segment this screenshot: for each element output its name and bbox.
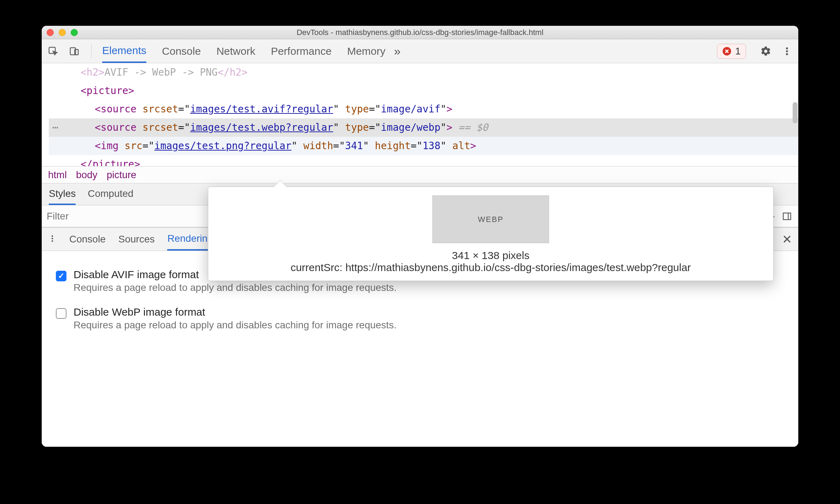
dom-plain: =": [369, 103, 381, 115]
styles-sidebar-toggle-icon[interactable]: [781, 210, 793, 223]
titlebar: DevTools - mathiasbynens.github.io/css-d…: [42, 26, 798, 39]
checkbox[interactable]: [56, 308, 66, 319]
drawer-tab-label: Sources: [118, 234, 155, 245]
main-toolbar: ElementsConsoleNetworkPerformanceMemory …: [42, 39, 798, 63]
dom-text: AVIF -> WebP -> PNG: [104, 66, 217, 78]
inspect-icon[interactable]: [47, 45, 59, 58]
dom-plain: ": [363, 140, 375, 152]
kebab-menu-icon[interactable]: [781, 45, 793, 58]
dom-plain: ": [441, 140, 453, 152]
svg-point-5: [786, 50, 788, 52]
option-title: Disable WebP image format: [74, 306, 397, 318]
panel-tab-performance[interactable]: Performance: [271, 45, 332, 62]
svg-point-9: [52, 235, 53, 236]
rendering-option: Disable WebP image formatRequires a page…: [56, 306, 784, 331]
window-title: DevTools - mathiasbynens.github.io/css-d…: [42, 28, 798, 37]
dom-attr-name: height: [375, 140, 410, 152]
option-subtitle: Requires a page reload to apply and disa…: [74, 320, 397, 331]
device-mode-icon[interactable]: [68, 45, 81, 58]
dom-node[interactable]: ⋯<source srcset="images/test.webp?regula…: [49, 118, 798, 137]
dom-plain: =": [333, 140, 345, 152]
dom-breadcrumbs: htmlbodypicture: [42, 166, 798, 183]
dom-tag: <img: [95, 140, 118, 152]
drawer-tab-console[interactable]: Console: [69, 228, 106, 251]
dom-plain: ": [333, 103, 345, 115]
dom-attr-name: type: [345, 103, 369, 115]
dom-plain: =": [369, 122, 381, 133]
dom-link[interactable]: images/test.avif?regular: [190, 103, 333, 115]
drawer-close-icon[interactable]: ✕: [782, 232, 792, 246]
dom-attr-name: width: [303, 140, 333, 152]
dom-selected-marker: == $0: [458, 122, 488, 133]
dom-tag: <source: [95, 122, 136, 133]
panel-tab-console[interactable]: Console: [162, 45, 201, 62]
svg-point-11: [52, 240, 53, 241]
styles-subtab-computed[interactable]: Computed: [88, 184, 133, 205]
panel-tab-network[interactable]: Network: [216, 45, 255, 62]
panel-tabs: ElementsConsoleNetworkPerformanceMemory: [102, 40, 385, 63]
image-dimensions: 341 × 138 pixels: [219, 250, 763, 262]
dom-tree[interactable]: <h2>AVIF -> WebP -> PNG</h2><picture><so…: [42, 63, 798, 183]
svg-rect-7: [783, 213, 791, 219]
breadcrumb-item[interactable]: html: [48, 169, 67, 181]
breadcrumb-item[interactable]: body: [76, 169, 98, 181]
error-count-badge[interactable]: 1: [717, 44, 746, 59]
dom-plain: ": [441, 103, 447, 115]
dom-link[interactable]: images/test.webp?regular: [190, 122, 333, 133]
devtools-window: DevTools - mathiasbynens.github.io/css-d…: [42, 26, 798, 447]
dom-attr-name: srcset: [142, 122, 178, 133]
settings-icon[interactable]: [759, 45, 772, 58]
dom-link[interactable]: images/test.png?regular: [154, 140, 292, 152]
styles-subtab-styles[interactable]: Styles: [49, 184, 76, 205]
dom-tag: <picture>: [81, 85, 134, 96]
image-preview-popover: WEBP 341 × 138 pixels currentSrc: https:…: [208, 187, 774, 281]
dom-attr-value: 138: [422, 140, 441, 152]
checkbox[interactable]: [56, 271, 66, 281]
svg-point-6: [786, 53, 788, 55]
dom-plain: ": [441, 122, 447, 133]
svg-point-4: [786, 47, 788, 49]
dom-plain: [136, 103, 142, 115]
overflow-tabs-button[interactable]: »: [394, 44, 401, 58]
dom-tag: >: [447, 103, 453, 115]
dom-attr-name: alt: [453, 140, 471, 152]
image-currentsrc: currentSrc: https://mathiasbynens.github…: [219, 262, 763, 274]
dom-attr-value: 341: [345, 140, 363, 152]
separator: [91, 44, 92, 58]
panel-tab-memory[interactable]: Memory: [347, 45, 385, 62]
dom-plain: [118, 140, 124, 152]
image-thumbnail: WEBP: [432, 195, 549, 243]
elements-panel: <h2>AVIF -> WebP -> PNG</h2><picture><so…: [42, 63, 798, 183]
dom-attr-value: image/avif: [381, 103, 441, 115]
dom-attr-name: srcset: [142, 103, 178, 115]
dom-node[interactable]: <source srcset="images/test.avif?regular…: [49, 100, 798, 118]
drawer-tab-label: Console: [69, 234, 106, 245]
error-count: 1: [735, 46, 741, 57]
dom-tag: <h2>: [81, 66, 104, 78]
dom-plain: =": [178, 103, 190, 115]
panel-tab-elements[interactable]: Elements: [102, 45, 146, 63]
dom-tag: </h2>: [218, 66, 247, 78]
drawer-menu-icon[interactable]: [48, 233, 57, 245]
option-subtitle: Requires a page reload to apply and disa…: [74, 282, 397, 293]
dom-tag: <source: [95, 103, 136, 115]
dom-plain: [136, 122, 142, 133]
dom-plain: ": [291, 140, 303, 152]
dom-node[interactable]: <h2>AVIF -> WebP -> PNG</h2>: [49, 63, 798, 82]
scrollbar-thumb[interactable]: [793, 102, 798, 123]
dom-plain: =": [411, 140, 423, 152]
gutter-menu-icon[interactable]: ⋯: [52, 118, 58, 137]
dom-node[interactable]: <picture>: [49, 82, 798, 100]
svg-point-10: [52, 238, 53, 239]
dom-plain: =": [142, 140, 154, 152]
breadcrumb-item[interactable]: picture: [107, 169, 136, 181]
dom-plain: [453, 122, 459, 133]
dom-node[interactable]: <img src="images/test.png?regular" width…: [49, 137, 798, 155]
dom-tag: >: [447, 122, 453, 133]
dom-plain: =": [178, 122, 190, 133]
dom-attr-name: type: [345, 122, 369, 133]
drawer-tab-label: Rendering: [167, 233, 213, 244]
dom-tag: >: [470, 140, 476, 152]
dom-plain: ": [333, 122, 345, 133]
drawer-tab-sources[interactable]: Sources: [118, 228, 155, 251]
